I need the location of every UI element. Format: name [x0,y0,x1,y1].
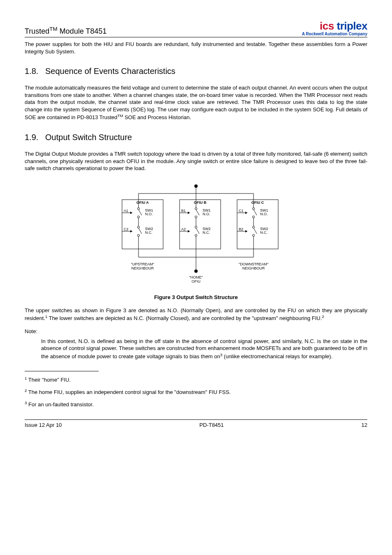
header-product: TrustedTM Module T8451 [25,25,107,36]
module-code: Module T8451 [58,27,107,35]
section-1-9-heading: 1.9. Output Switch Structure [25,132,367,143]
svg-point-20 [138,234,140,236]
svg-line-61 [254,228,257,234]
footer-separator [25,419,367,420]
footer-issue: Issue 12 Apr 10 [25,421,62,429]
section-1-9-paragraph-2: The upper switches as shown in Figure 3 … [25,307,367,322]
logo-subline: A Rockwell Automation Company [302,32,367,36]
footer-page: 12 [362,421,367,429]
product-line: Trusted [25,27,49,35]
svg-marker-56 [245,212,247,214]
svg-text:OFIU: OFIU [191,279,201,283]
svg-line-19 [138,228,142,234]
svg-marker-44 [188,230,190,233]
svg-point-9 [138,207,140,210]
svg-rect-27 [180,200,221,249]
section-1-8-heading: 1.8. Sequence of Events Characteristics [25,66,367,77]
svg-text:N.O.: N.O. [260,212,268,216]
svg-text:B2: B2 [239,227,243,231]
svg-line-40 [196,228,199,234]
svg-text:N.O.: N.O. [203,212,210,216]
svg-text:"HOME": "HOME" [189,275,203,279]
footer-docid: PD-T8451 [199,421,224,429]
svg-point-53 [253,216,255,218]
footnote-1: 1 Their "home" FIU. [25,375,367,384]
company-logo: ics triplex A Rockwell Automation Compan… [302,21,367,36]
svg-rect-48 [237,200,278,249]
figure-3-diagram: OFIU A A1 SW1 N.O. C2 SW2 N.C. OFIU B B1… [25,181,367,290]
logo-wordmark: ics triplex [302,21,367,31]
svg-text:A1: A1 [124,209,128,213]
svg-marker-35 [188,212,190,214]
svg-text:N.C.: N.C. [145,230,152,235]
svg-text:"DOWNSTREAM": "DOWNSTREAM" [239,262,268,266]
svg-text:NEIGHBOUR: NEIGHBOUR [242,266,265,270]
svg-point-41 [195,234,197,236]
svg-point-30 [195,207,197,210]
svg-line-52 [254,210,257,215]
svg-text:"UPSTREAM": "UPSTREAM" [131,262,154,266]
logo-ics: ics [320,20,334,32]
svg-text:OFIU B: OFIU B [194,200,207,205]
svg-marker-65 [245,230,247,233]
svg-text:OFIU C: OFIU C [251,200,264,205]
svg-rect-6 [122,200,163,249]
svg-point-60 [253,226,255,228]
trademark: TM [49,26,58,32]
svg-point-62 [253,234,255,236]
svg-text:C2: C2 [124,227,129,231]
svg-text:N.O.: N.O. [145,212,153,216]
svg-line-31 [196,210,199,215]
section-1-8-paragraph: The module automatically measures the fi… [25,84,367,121]
svg-point-51 [253,207,255,210]
note-body: In this context, N.O. is defined as bein… [41,338,367,360]
footnote-3: 3 For an un-faulted transistor. [25,400,367,408]
svg-marker-14 [130,212,132,214]
page-header: TrustedTM Module T8451 ics triplex A Roc… [25,21,367,37]
svg-point-11 [138,216,140,218]
svg-point-74 [194,269,198,273]
svg-line-10 [138,210,142,215]
note-label: Note: [25,328,367,335]
svg-point-39 [195,226,197,228]
svg-marker-23 [130,230,132,233]
svg-text:N.C.: N.C. [260,230,267,235]
svg-point-18 [138,226,140,228]
svg-point-32 [195,216,197,218]
figure-3-caption: Figure 3 Output Switch Structure [25,294,367,301]
footnote-separator [25,371,99,371]
page-footer: Issue 12 Apr 10 PD-T8451 12 [25,421,367,429]
svg-text:B1: B1 [181,209,186,213]
section-1-9-paragraph-1: The Digital Output Module provides a TMR… [25,150,367,172]
logo-triplex: triplex [334,20,367,32]
svg-text:NEIGHBOUR: NEIGHBOUR [131,266,154,270]
svg-text:N.C.: N.C. [203,230,210,235]
intro-paragraph: The power supplies for both the HIU and … [25,41,367,55]
svg-text:A2: A2 [181,227,186,231]
footnote-2: 2 The home FIU, supplies an independent … [25,388,367,396]
svg-text:C1: C1 [239,209,244,213]
